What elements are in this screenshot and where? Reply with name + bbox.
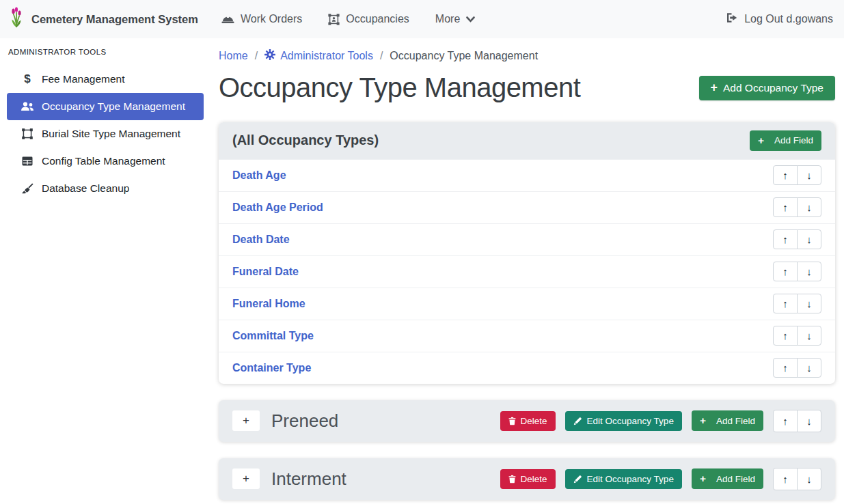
logout-link[interactable]: Log Out d.gowans: [726, 12, 833, 26]
page-title: Occupancy Type Management: [219, 72, 580, 103]
plus-icon: +: [758, 135, 764, 146]
arrow-down-icon: ↓: [806, 266, 812, 277]
reorder-controls: ↑ ↓: [773, 197, 821, 217]
all-types-card-title: (All Occupancy Types): [232, 132, 379, 148]
occupancy-type-section-preneed: + Preneed Delete: [219, 400, 835, 442]
arrow-down-icon: ↓: [806, 362, 812, 374]
reorder-controls: ↑ ↓: [773, 358, 821, 378]
tulip-logo-icon: [8, 7, 25, 31]
gear-icon: [264, 49, 275, 63]
field-link-death-date[interactable]: Death Date: [232, 234, 290, 246]
add-field-button[interactable]: + Add Field: [692, 468, 763, 489]
users-icon: [19, 102, 36, 111]
move-down-button[interactable]: ↓: [797, 197, 821, 217]
delete-button[interactable]: Delete: [500, 469, 556, 489]
trash-icon: [508, 417, 516, 425]
move-down-button[interactable]: ↓: [797, 294, 821, 313]
move-up-button[interactable]: ↑: [773, 165, 798, 185]
section-title: Preneed: [271, 410, 338, 432]
sidebar-item-occupancy-type-management[interactable]: Occupancy Type Management: [7, 93, 204, 120]
breadcrumb: Home /: [219, 49, 835, 63]
arrow-up-icon: ↑: [782, 266, 788, 277]
dollar-icon: $: [19, 72, 36, 86]
field-row: Container Type ↑ ↓: [219, 352, 835, 384]
breadcrumb-current: Occupancy Type Management: [390, 50, 538, 62]
pencil-icon: [573, 475, 582, 484]
move-down-button[interactable]: ↓: [797, 358, 821, 378]
move-up-button[interactable]: ↑: [773, 229, 798, 249]
reorder-controls: ↑ ↓: [773, 229, 821, 249]
sidebar-item-database-cleanup[interactable]: Database Cleanup: [7, 175, 204, 202]
move-down-button[interactable]: ↓: [797, 229, 821, 249]
breadcrumb-separator: /: [255, 50, 258, 62]
arrow-up-icon: ↑: [782, 330, 788, 341]
expand-button[interactable]: +: [232, 468, 260, 489]
admin-sidebar: ADMINISTRATOR TOOLS $ Fee Management Occ…: [0, 38, 212, 504]
field-row: Death Age ↑ ↓: [219, 159, 835, 191]
field-link-funeral-home[interactable]: Funeral Home: [232, 298, 305, 310]
field-link-committal-type[interactable]: Committal Type: [232, 330, 314, 342]
plus-icon: +: [711, 82, 718, 94]
edit-occupancy-type-button[interactable]: Edit Occupancy Type: [565, 411, 682, 431]
navbar-links: Work Orders Occupancies More: [221, 13, 501, 25]
move-down-button[interactable]: ↓: [797, 410, 821, 432]
pencil-icon: [573, 417, 582, 425]
app-brand[interactable]: Cemetery Management System: [8, 7, 198, 31]
expand-button[interactable]: +: [232, 410, 260, 431]
add-field-button[interactable]: + Add Field: [692, 410, 763, 431]
top-navbar: Cemetery Management System Work Orders: [0, 0, 844, 38]
plus-icon: +: [700, 415, 706, 426]
vector-square-icon: [19, 128, 36, 139]
plus-icon: +: [243, 414, 249, 428]
app-title: Cemetery Management System: [31, 13, 198, 26]
plus-icon: +: [243, 472, 249, 486]
sidebar-item-burial-site-type-management[interactable]: Burial Site Type Management: [7, 120, 204, 148]
arrow-up-icon: ↑: [782, 473, 788, 485]
chevron-down-icon: [466, 16, 475, 23]
field-link-death-age[interactable]: Death Age: [232, 169, 286, 182]
move-down-button[interactable]: ↓: [797, 468, 821, 490]
add-field-button[interactable]: + Add Field: [750, 130, 821, 151]
breadcrumb-home-link[interactable]: Home: [219, 50, 248, 62]
move-down-button[interactable]: ↓: [797, 262, 821, 281]
arrow-up-icon: ↑: [782, 415, 788, 427]
move-up-button[interactable]: ↑: [773, 294, 798, 313]
arrow-down-icon: ↓: [806, 201, 812, 213]
breadcrumb-admin-tools-link[interactable]: Administrator Tools: [280, 50, 373, 62]
trash-icon: [508, 475, 516, 484]
all-types-card-header: (All Occupancy Types) + Add Field: [219, 122, 835, 159]
delete-button[interactable]: Delete: [500, 411, 556, 431]
reorder-controls: ↑ ↓: [773, 410, 821, 432]
occupancy-type-section-interment: + Interment Delete: [219, 458, 835, 500]
sidebar-item-fee-management[interactable]: $ Fee Management: [7, 66, 204, 93]
sidebar-item-config-table-management[interactable]: Config Table Management: [7, 148, 204, 175]
field-link-funeral-date[interactable]: Funeral Date: [232, 266, 299, 278]
breadcrumb-separator: /: [380, 50, 383, 62]
field-link-container-type[interactable]: Container Type: [232, 362, 311, 374]
move-down-button[interactable]: ↓: [797, 165, 821, 185]
move-up-button[interactable]: ↑: [773, 262, 798, 281]
move-up-button[interactable]: ↑: [773, 197, 798, 217]
move-up-button[interactable]: ↑: [773, 468, 798, 490]
sidebar-heading: ADMINISTRATOR TOOLS: [8, 48, 212, 56]
section-title: Interment: [271, 468, 346, 490]
reorder-controls: ↑ ↓: [773, 294, 821, 313]
field-link-death-age-period[interactable]: Death Age Period: [232, 201, 323, 214]
move-up-button[interactable]: ↑: [773, 326, 798, 346]
field-row: Funeral Date ↑ ↓: [219, 255, 835, 288]
nav-more[interactable]: More: [435, 13, 475, 25]
sign-out-icon: [726, 12, 738, 26]
edit-occupancy-type-button[interactable]: Edit Occupancy Type: [565, 469, 682, 489]
arrow-down-icon: ↓: [806, 169, 812, 181]
nav-work-orders[interactable]: Work Orders: [221, 13, 302, 25]
arrow-down-icon: ↓: [806, 298, 812, 309]
move-down-button[interactable]: ↓: [797, 326, 821, 346]
move-up-button[interactable]: ↑: [773, 410, 798, 432]
arrow-up-icon: ↑: [782, 298, 788, 309]
move-up-button[interactable]: ↑: [773, 358, 798, 378]
nav-occupancies[interactable]: Occupancies: [328, 13, 409, 25]
arrow-down-icon: ↓: [806, 473, 812, 485]
field-row: Funeral Home ↑ ↓: [219, 288, 835, 320]
add-occupancy-type-button[interactable]: + Add Occupancy Type: [699, 76, 835, 100]
arrow-up-icon: ↑: [782, 362, 788, 374]
